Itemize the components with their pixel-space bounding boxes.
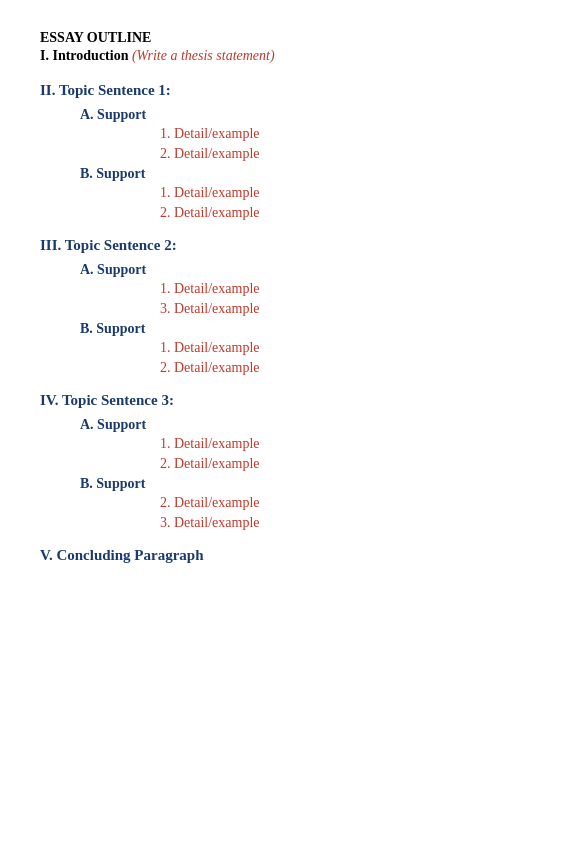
detail-label-2-1-2: 3. Detail/example [160, 301, 260, 316]
detail-label-2-2-1: 1. Detail/example [160, 340, 260, 355]
support-label-3-2: B. Support [80, 476, 531, 492]
detail-label-3-2-2: 3. Detail/example [160, 515, 260, 530]
support-3-2: B. Support2. Detail/example3. Detail/exa… [80, 476, 531, 531]
detail-label-3-1-2: 2. Detail/example [160, 456, 260, 471]
detail-3-1-2: 2. Detail/example [160, 455, 531, 472]
concluding-paragraph: V. Concluding Paragraph [40, 547, 531, 564]
section-heading-1: II. Topic Sentence 1: [40, 82, 531, 99]
detail-label-2-1-1: 1. Detail/example [160, 281, 260, 296]
detail-label-1-2-1: 1. Detail/example [160, 185, 260, 200]
detail-1-1-2: 2. Detail/example [160, 145, 531, 162]
support-label-2-1: A. Support [80, 262, 531, 278]
detail-label-3-1-1: 1. Detail/example [160, 436, 260, 451]
page-title: ESSAY OUTLINE [40, 30, 531, 46]
detail-3-1-1: 1. Detail/example [160, 435, 531, 452]
section-2: III. Topic Sentence 2:A. Support1. Detai… [40, 237, 531, 376]
detail-3-2-2: 3. Detail/example [160, 514, 531, 531]
detail-2-1-2: 3. Detail/example [160, 300, 531, 317]
intro-label: I. Introduction [40, 48, 128, 63]
detail-2-1-1: 1. Detail/example [160, 280, 531, 297]
detail-3-2-1: 2. Detail/example [160, 494, 531, 511]
support-label-1-1: A. Support [80, 107, 531, 123]
detail-label-1-1-2: 2. Detail/example [160, 146, 260, 161]
support-1-2: B. Support1. Detail/example2. Detail/exa… [80, 166, 531, 221]
detail-2-2-2: 2. Detail/example [160, 359, 531, 376]
section-heading-2: III. Topic Sentence 2: [40, 237, 531, 254]
detail-1-1-1: 1. Detail/example [160, 125, 531, 142]
intro-note-text: (Write a thesis statement) [132, 48, 275, 63]
support-3-1: A. Support1. Detail/example2. Detail/exa… [80, 417, 531, 472]
section-3: IV. Topic Sentence 3:A. Support1. Detail… [40, 392, 531, 531]
section-1: II. Topic Sentence 1:A. Support1. Detail… [40, 82, 531, 221]
support-label-3-1: A. Support [80, 417, 531, 433]
detail-1-2-2: 2. Detail/example [160, 204, 531, 221]
detail-label-1-1-1: 1. Detail/example [160, 126, 260, 141]
support-2-2: B. Support1. Detail/example2. Detail/exa… [80, 321, 531, 376]
detail-label-2-2-2: 2. Detail/example [160, 360, 260, 375]
support-label-2-2: B. Support [80, 321, 531, 337]
detail-label-1-2-2: 2. Detail/example [160, 205, 260, 220]
detail-label-3-2-1: 2. Detail/example [160, 495, 260, 510]
detail-1-2-1: 1. Detail/example [160, 184, 531, 201]
support-1-1: A. Support1. Detail/example2. Detail/exa… [80, 107, 531, 162]
support-2-1: A. Support1. Detail/example3. Detail/exa… [80, 262, 531, 317]
section-heading-3: IV. Topic Sentence 3: [40, 392, 531, 409]
support-label-1-2: B. Support [80, 166, 531, 182]
detail-2-2-1: 1. Detail/example [160, 339, 531, 356]
